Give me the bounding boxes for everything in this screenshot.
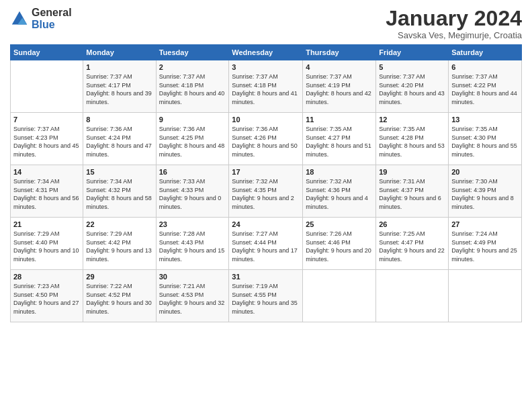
calendar-cell xyxy=(376,270,449,322)
calendar-cell: 12 Sunrise: 7:35 AMSunset: 4:28 PMDaylig… xyxy=(376,113,449,165)
calendar-cell: 23 Sunrise: 7:28 AMSunset: 4:43 PMDaylig… xyxy=(156,218,229,270)
day-number: 9 xyxy=(159,116,226,124)
day-number: 21 xyxy=(13,220,80,228)
calendar-cell: 4 Sunrise: 7:37 AMSunset: 4:19 PMDayligh… xyxy=(303,60,376,113)
day-info: Sunrise: 7:37 AMSunset: 4:18 PMDaylight:… xyxy=(232,73,300,106)
day-info: Sunrise: 7:37 AMSunset: 4:22 PMDaylight:… xyxy=(451,73,519,106)
day-info: Sunrise: 7:22 AMSunset: 4:52 PMDaylight:… xyxy=(86,282,152,316)
weekday-header: Tuesday xyxy=(156,45,229,60)
title-block: January 2024 Savska Ves, Megimurje, Croa… xyxy=(386,7,522,40)
calendar-cell: 5 Sunrise: 7:37 AMSunset: 4:20 PMDayligh… xyxy=(376,60,449,113)
calendar-cell: 31 Sunrise: 7:19 AMSunset: 4:55 PMDaylig… xyxy=(229,270,303,322)
page-container: General Blue January 2024 Savska Ves, Me… xyxy=(0,0,532,329)
calendar-cell: 20 Sunrise: 7:30 AMSunset: 4:39 PMDaylig… xyxy=(449,165,522,218)
calendar-cell: 25 Sunrise: 7:26 AMSunset: 4:46 PMDaylig… xyxy=(303,218,376,270)
day-info: Sunrise: 7:21 AMSunset: 4:53 PMDaylight:… xyxy=(159,282,226,316)
day-number: 24 xyxy=(232,220,300,228)
day-number: 2 xyxy=(159,63,226,71)
calendar-cell: 14 Sunrise: 7:34 AMSunset: 4:31 PMDaylig… xyxy=(11,165,83,218)
weekday-header: Thursday xyxy=(303,45,376,60)
day-info: Sunrise: 7:37 AMSunset: 4:19 PMDaylight:… xyxy=(306,73,373,106)
calendar-cell: 17 Sunrise: 7:32 AMSunset: 4:35 PMDaylig… xyxy=(229,165,303,218)
day-number: 11 xyxy=(306,116,373,124)
day-info: Sunrise: 7:36 AMSunset: 4:24 PMDaylight:… xyxy=(86,125,152,158)
day-number: 6 xyxy=(451,63,519,71)
logo-text: General Blue xyxy=(32,7,72,31)
day-info: Sunrise: 7:36 AMSunset: 4:25 PMDaylight:… xyxy=(159,125,226,158)
day-info: Sunrise: 7:19 AMSunset: 4:55 PMDaylight:… xyxy=(232,282,300,316)
calendar-week-row: 21 Sunrise: 7:29 AMSunset: 4:40 PMDaylig… xyxy=(11,218,522,270)
day-number: 30 xyxy=(159,273,226,281)
calendar-cell: 21 Sunrise: 7:29 AMSunset: 4:40 PMDaylig… xyxy=(11,218,83,270)
header-row: SundayMondayTuesdayWednesdayThursdayFrid… xyxy=(11,45,522,60)
calendar-cell: 9 Sunrise: 7:36 AMSunset: 4:25 PMDayligh… xyxy=(156,113,229,165)
day-number: 10 xyxy=(232,116,300,124)
day-info: Sunrise: 7:35 AMSunset: 4:30 PMDaylight:… xyxy=(451,125,519,158)
day-number: 4 xyxy=(306,63,373,71)
day-info: Sunrise: 7:26 AMSunset: 4:46 PMDaylight:… xyxy=(306,230,373,263)
calendar-cell: 22 Sunrise: 7:29 AMSunset: 4:42 PMDaylig… xyxy=(83,218,156,270)
day-info: Sunrise: 7:37 AMSunset: 4:17 PMDaylight:… xyxy=(86,73,152,106)
logo: General Blue xyxy=(10,7,72,31)
day-info: Sunrise: 7:34 AMSunset: 4:31 PMDaylight:… xyxy=(13,177,80,211)
calendar-week-row: 28 Sunrise: 7:23 AMSunset: 4:50 PMDaylig… xyxy=(11,270,522,322)
day-info: Sunrise: 7:33 AMSunset: 4:33 PMDaylight:… xyxy=(159,177,226,211)
day-number: 5 xyxy=(379,63,445,71)
day-info: Sunrise: 7:31 AMSunset: 4:37 PMDaylight:… xyxy=(379,177,445,211)
calendar-cell xyxy=(303,270,376,322)
day-number: 19 xyxy=(379,168,445,176)
calendar-cell: 11 Sunrise: 7:35 AMSunset: 4:27 PMDaylig… xyxy=(303,113,376,165)
day-info: Sunrise: 7:34 AMSunset: 4:32 PMDaylight:… xyxy=(86,177,152,211)
day-info: Sunrise: 7:24 AMSunset: 4:49 PMDaylight:… xyxy=(451,230,519,263)
day-number: 27 xyxy=(451,220,519,228)
day-info: Sunrise: 7:37 AMSunset: 4:23 PMDaylight:… xyxy=(13,125,80,158)
header: General Blue January 2024 Savska Ves, Me… xyxy=(10,7,522,40)
day-number: 25 xyxy=(306,220,373,228)
day-info: Sunrise: 7:32 AMSunset: 4:35 PMDaylight:… xyxy=(232,177,300,211)
day-number: 29 xyxy=(86,273,152,281)
weekday-header: Wednesday xyxy=(229,45,303,60)
calendar-cell: 16 Sunrise: 7:33 AMSunset: 4:33 PMDaylig… xyxy=(156,165,229,218)
day-info: Sunrise: 7:37 AMSunset: 4:18 PMDaylight:… xyxy=(159,73,226,106)
day-number: 20 xyxy=(451,168,519,176)
calendar-cell: 8 Sunrise: 7:36 AMSunset: 4:24 PMDayligh… xyxy=(83,113,156,165)
day-number: 12 xyxy=(379,116,445,124)
day-number: 8 xyxy=(86,116,152,124)
day-info: Sunrise: 7:28 AMSunset: 4:43 PMDaylight:… xyxy=(159,230,226,263)
day-info: Sunrise: 7:37 AMSunset: 4:20 PMDaylight:… xyxy=(379,73,445,106)
calendar-cell: 6 Sunrise: 7:37 AMSunset: 4:22 PMDayligh… xyxy=(449,60,522,113)
calendar-cell: 10 Sunrise: 7:36 AMSunset: 4:26 PMDaylig… xyxy=(229,113,303,165)
calendar-cell: 24 Sunrise: 7:27 AMSunset: 4:44 PMDaylig… xyxy=(229,218,303,270)
subtitle: Savska Ves, Megimurje, Croatia xyxy=(386,30,522,40)
calendar-cell: 2 Sunrise: 7:37 AMSunset: 4:18 PMDayligh… xyxy=(156,60,229,113)
weekday-header: Sunday xyxy=(11,45,83,60)
calendar-cell: 30 Sunrise: 7:21 AMSunset: 4:53 PMDaylig… xyxy=(156,270,229,322)
weekday-header: Friday xyxy=(376,45,449,60)
calendar-week-row: 14 Sunrise: 7:34 AMSunset: 4:31 PMDaylig… xyxy=(11,165,522,218)
calendar-table: SundayMondayTuesdayWednesdayThursdayFrid… xyxy=(10,44,522,322)
day-number: 3 xyxy=(232,63,300,71)
logo-icon xyxy=(10,9,29,28)
calendar-cell: 27 Sunrise: 7:24 AMSunset: 4:49 PMDaylig… xyxy=(449,218,522,270)
calendar-cell xyxy=(11,60,83,113)
day-number: 7 xyxy=(13,116,80,124)
calendar-cell: 26 Sunrise: 7:25 AMSunset: 4:47 PMDaylig… xyxy=(376,218,449,270)
day-number: 23 xyxy=(159,220,226,228)
logo-blue: Blue xyxy=(32,19,55,30)
day-info: Sunrise: 7:29 AMSunset: 4:42 PMDaylight:… xyxy=(86,230,152,263)
day-number: 18 xyxy=(306,168,373,176)
day-info: Sunrise: 7:27 AMSunset: 4:44 PMDaylight:… xyxy=(232,230,300,263)
day-number: 17 xyxy=(232,168,300,176)
day-number: 14 xyxy=(13,168,80,176)
day-info: Sunrise: 7:35 AMSunset: 4:28 PMDaylight:… xyxy=(379,125,445,158)
day-number: 16 xyxy=(159,168,226,176)
calendar-cell: 3 Sunrise: 7:37 AMSunset: 4:18 PMDayligh… xyxy=(229,60,303,113)
day-info: Sunrise: 7:29 AMSunset: 4:40 PMDaylight:… xyxy=(13,230,80,263)
weekday-header: Monday xyxy=(83,45,156,60)
calendar-cell: 18 Sunrise: 7:32 AMSunset: 4:36 PMDaylig… xyxy=(303,165,376,218)
calendar-cell: 15 Sunrise: 7:34 AMSunset: 4:32 PMDaylig… xyxy=(83,165,156,218)
day-info: Sunrise: 7:30 AMSunset: 4:39 PMDaylight:… xyxy=(451,177,519,211)
day-number: 13 xyxy=(451,116,519,124)
calendar-week-row: 1 Sunrise: 7:37 AMSunset: 4:17 PMDayligh… xyxy=(11,60,522,113)
logo-general: General xyxy=(32,7,72,18)
